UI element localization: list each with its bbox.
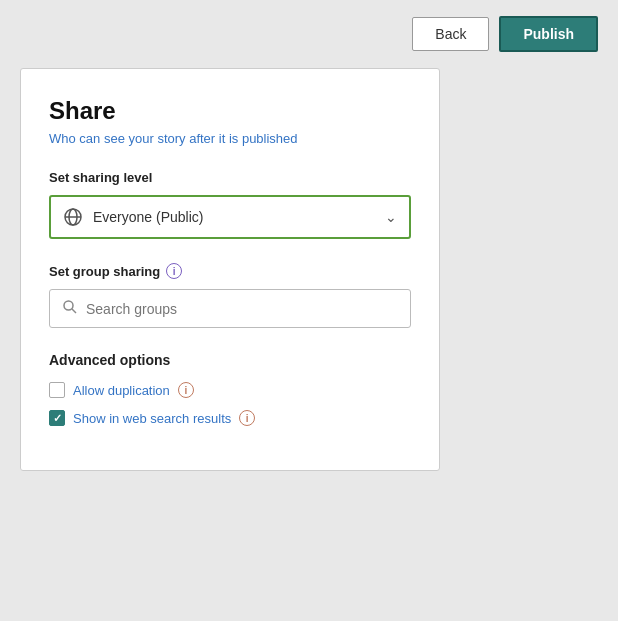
search-groups-box <box>49 289 411 328</box>
advanced-options-label: Advanced options <box>49 352 411 368</box>
share-card: Share Who can see your story after it is… <box>20 68 440 471</box>
web-search-row: ✓ Show in web search results i <box>49 410 411 426</box>
publish-button[interactable]: Publish <box>499 16 598 52</box>
allow-duplication-row: Allow duplication i <box>49 382 411 398</box>
search-groups-input[interactable] <box>86 301 398 317</box>
group-sharing-header: Set group sharing i <box>49 263 411 279</box>
globe-icon <box>63 207 83 227</box>
allow-duplication-label: Allow duplication <box>73 383 170 398</box>
allow-duplication-checkbox[interactable] <box>49 382 65 398</box>
sharing-level-dropdown[interactable]: Everyone (Public) ⌄ <box>49 195 411 239</box>
check-icon: ✓ <box>53 412 62 425</box>
allow-duplication-info-icon[interactable]: i <box>178 382 194 398</box>
back-button[interactable]: Back <box>412 17 489 51</box>
card-title: Share <box>49 97 411 125</box>
web-search-checkbox[interactable]: ✓ <box>49 410 65 426</box>
chevron-down-icon: ⌄ <box>385 209 397 225</box>
web-search-label: Show in web search results <box>73 411 231 426</box>
dropdown-left: Everyone (Public) <box>63 207 204 227</box>
svg-point-3 <box>64 301 73 310</box>
sharing-level-label: Set sharing level <box>49 170 411 185</box>
web-search-info-icon[interactable]: i <box>239 410 255 426</box>
card-subtitle: Who can see your story after it is publi… <box>49 131 411 146</box>
group-sharing-info-icon[interactable]: i <box>166 263 182 279</box>
svg-line-4 <box>72 309 76 313</box>
top-bar: Back Publish <box>0 0 618 68</box>
search-icon <box>62 299 78 318</box>
group-sharing-label: Set group sharing <box>49 264 160 279</box>
dropdown-value: Everyone (Public) <box>93 209 204 225</box>
